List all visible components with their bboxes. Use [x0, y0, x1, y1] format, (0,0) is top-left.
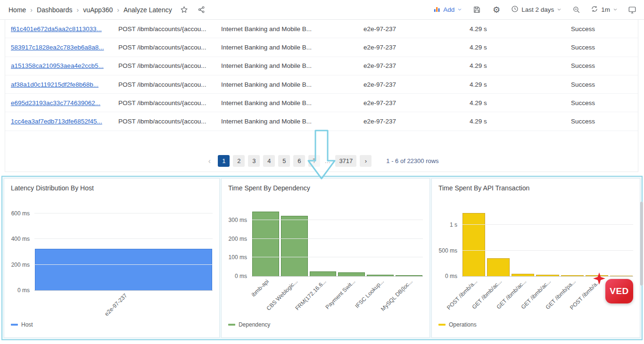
prev-page-button[interactable]: ‹ [204, 155, 215, 167]
page-button-4[interactable]: 4 [263, 155, 275, 167]
time-range-picker[interactable]: Last 2 days [511, 5, 561, 14]
legend-label: Dependency [239, 321, 270, 328]
legend[interactable]: Dependency [228, 321, 270, 328]
legend-label: Host [21, 321, 33, 328]
operation-cell: POST /ibmb/accounts/{accou... [118, 99, 221, 106]
share-icon[interactable] [197, 5, 207, 15]
panel-title: Time Spent By Dependency [228, 184, 310, 192]
table-row[interactable]: 1cc4ea3af7edb713dfe6852f45... POST /ibmb… [5, 112, 638, 131]
y-axis-tick-label: 400 ms [11, 236, 30, 242]
save-icon[interactable] [471, 5, 482, 15]
bar-cell [610, 207, 633, 276]
bar[interactable] [462, 213, 485, 276]
trace-id-link[interactable]: 583917c1828ea2c783eb6a8a8... [11, 44, 118, 51]
trace-id-link[interactable]: 1cc4ea3af7edb713dfe6852f45... [11, 118, 118, 125]
bar[interactable] [281, 216, 308, 276]
bars [252, 207, 423, 276]
host-cell: e2e-97-237 [363, 81, 470, 88]
legend-label: Operations [449, 321, 477, 328]
page-button-2[interactable]: 2 [233, 155, 245, 167]
gridline [252, 238, 423, 239]
y-axis-tick-label: 0 ms [235, 273, 247, 279]
duration-cell: 4.29 s [470, 118, 571, 125]
legend[interactable]: Host [11, 321, 33, 328]
star-icon[interactable] [179, 5, 190, 15]
service-cell: Internet Banking and Mobile B... [221, 25, 363, 33]
host-cell: e2e-97-237 [363, 25, 470, 33]
breadcrumb-separator: › [117, 6, 119, 14]
trace-id-link[interactable]: a151358ca210953aea4e2ccb5... [11, 62, 118, 69]
status-cell: Success [571, 62, 638, 69]
table-row[interactable]: a151358ca210953aea4e2ccb5... POST /ibmb/… [5, 57, 638, 75]
top-bar: Home › Dashboards › vuApp360 › Analyze L… [0, 0, 644, 20]
bar-cell [367, 207, 394, 276]
bar[interactable] [35, 249, 212, 291]
panel-title: Latency Distribution By Host [11, 184, 94, 192]
bar-cell [512, 207, 534, 276]
next-page-button[interactable]: › [360, 155, 372, 167]
page-button-6[interactable]: 6 [293, 155, 305, 167]
host-cell: e2e-97-237 [363, 118, 470, 125]
operation-cell: POST /ibmb/accounts/{accou... [118, 81, 221, 88]
vertical-scrollbar[interactable] [640, 202, 643, 286]
legend-swatch [228, 324, 235, 326]
add-button[interactable]: Add [433, 6, 462, 14]
zoom-out-icon[interactable] [571, 5, 581, 15]
monitor-icon[interactable] [627, 5, 637, 15]
bar-cell [281, 207, 308, 276]
x-label-cell: MySQL DB(loc... [396, 276, 422, 319]
operation-cell: POST /ibmb/accounts/{accou... [118, 44, 221, 51]
highlighted-charts-region: Latency Distribution By Host e2e-97-237 … [1, 176, 643, 340]
breadcrumb-home[interactable]: Home [8, 6, 26, 14]
ved-logo[interactable]: VED [605, 279, 633, 303]
refresh-control[interactable]: 1m [591, 5, 618, 14]
bar[interactable] [338, 272, 365, 276]
page-button-1[interactable]: 1 [218, 155, 230, 167]
page-button-5[interactable]: 5 [278, 155, 290, 167]
page-button-3[interactable]: 3 [248, 155, 260, 167]
page-button-last[interactable]: 3717 [335, 155, 356, 167]
legend[interactable]: Operations [438, 321, 477, 328]
y-axis-tick-label: 300 ms [229, 217, 247, 223]
page-button-7[interactable]: 7 [308, 155, 320, 167]
bar[interactable] [310, 271, 337, 276]
bars [34, 207, 213, 290]
bar-cell [536, 207, 559, 276]
bar[interactable] [252, 212, 279, 276]
breadcrumb-dashboards[interactable]: Dashboards [37, 6, 73, 14]
legend-swatch [11, 324, 18, 326]
x-label-cell: e2e-97-237 [35, 290, 212, 334]
duration-cell: 4.29 s [470, 25, 571, 33]
breadcrumb-separator: › [30, 6, 33, 14]
plot-area: e2e-97-237 0 ms200 ms400 ms600 ms [34, 207, 213, 291]
refresh-interval-label: 1m [601, 6, 610, 13]
trace-id-link[interactable]: e695d23193ac33c774639062... [11, 99, 118, 106]
y-axis-tick-label: 600 ms [11, 210, 30, 217]
status-cell: Success [571, 118, 638, 125]
add-label: Add [443, 6, 454, 13]
trace-id-link[interactable]: af38a1d0c119215df2fe8b68b... [11, 81, 118, 88]
table-row[interactable]: f61c401e672da5aa2c8113033... POST /ibmb/… [5, 20, 638, 38]
gridline [34, 264, 213, 265]
bar-cell [310, 207, 337, 276]
operation-cell: POST /ibmb/accounts/{accou... [118, 25, 221, 33]
duration-cell: 4.29 s [470, 99, 571, 106]
gridline [252, 257, 423, 257]
traces-table-panel: f61c401e672da5aa2c8113033... POST /ibmb/… [5, 20, 638, 172]
gear-icon[interactable]: ⚙ [491, 5, 502, 15]
trace-id-link[interactable]: f61c401e672da5aa2c8113033... [11, 25, 118, 33]
y-axis-tick-label: 1 s [450, 221, 457, 228]
pagination: ‹ 1 2 3 4 5 6 7 … 3717 › 1 - 6 of 22300 … [5, 155, 638, 167]
breadcrumb-vuapp360[interactable]: vuApp360 [83, 6, 113, 14]
x-axis-label: e2e-97-237 [103, 292, 128, 317]
bar[interactable] [487, 258, 510, 276]
status-cell: Success [571, 44, 638, 51]
table-row[interactable]: e695d23193ac33c774639062... POST /ibmb/a… [5, 94, 638, 112]
table-row[interactable]: 583917c1828ea2c783eb6a8a8... POST /ibmb/… [5, 38, 638, 57]
y-axis-tick-label: 500 ms [439, 247, 457, 254]
sparkle-icon [592, 271, 606, 286]
gridline [462, 250, 633, 251]
bar-cell [35, 207, 212, 290]
bar-cell [561, 207, 584, 276]
table-row[interactable]: af38a1d0c119215df2fe8b68b... POST /ibmb/… [5, 75, 638, 94]
